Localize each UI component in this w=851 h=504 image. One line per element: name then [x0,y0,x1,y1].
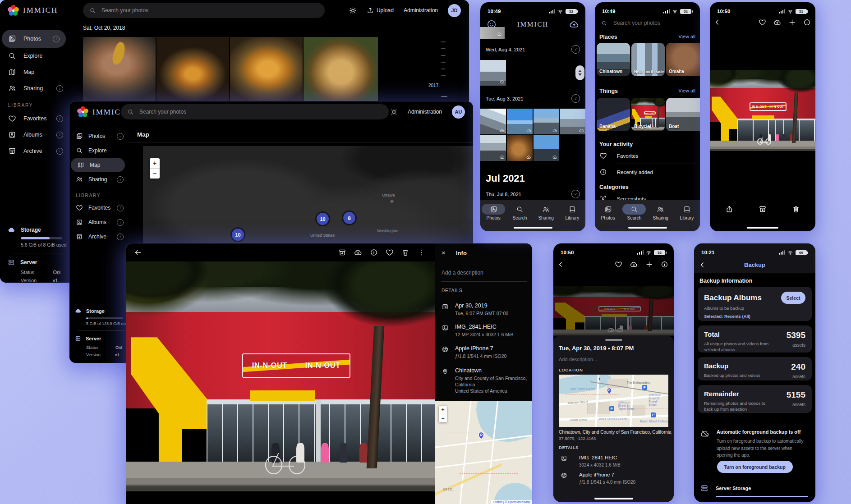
administration-link[interactable]: Administration [404,7,438,14]
info-icon[interactable]: i [117,234,124,240]
user-avatar[interactable]: AU [452,105,465,119]
photo-in-n-out[interactable]: IN-N-OUTIN-N-OUT [710,70,815,151]
activity-recent-item[interactable]: Recently added [599,168,653,176]
back-button[interactable] [713,18,721,26]
search-bar[interactable] [121,104,389,119]
sidebar-item-albums[interactable]: Albumsi [69,215,128,229]
add-description-field[interactable]: Add description... [559,357,597,362]
sidebar-item-sharing[interactable]: Sharingi [0,80,69,96]
photo-in-n-out[interactable]: IN-N-OUTIN-N-OUT [126,261,435,491]
sidebar-item-sharing[interactable]: Sharingi [69,172,128,187]
search-input[interactable] [612,19,694,27]
info-icon[interactable]: i [56,148,63,155]
upload-button[interactable]: Upload [367,7,394,14]
close-icon[interactable]: × [442,249,446,257]
map-cluster-marker[interactable]: 10 [315,211,330,226]
theme-toggle-button[interactable] [349,7,357,14]
archive-button[interactable] [338,248,346,257]
select-all-checkbox[interactable]: ✓ [571,94,580,103]
sidebar-item-photos[interactable]: Photosi [2,30,66,48]
immich-logo[interactable]: IMMICH [77,106,127,118]
photo-thumbnail[interactable] [480,109,506,134]
photo-thumbnail[interactable] [507,109,533,134]
sidebar-item-map[interactable]: Map [71,158,125,172]
place-card[interactable]: Near north side [631,43,665,76]
info-icon[interactable]: i [117,219,124,226]
sidebar-item-map[interactable]: Map [0,64,69,80]
info-icon[interactable]: i [117,133,124,140]
backup-cloud-icon[interactable] [569,19,579,29]
tab-photos[interactable]: Photos [596,204,620,231]
minimap-zoom-control[interactable]: + − [439,406,447,422]
theme-toggle-button[interactable] [390,108,398,116]
map-attribution[interactable]: Leaflet | © OpenStreetMap [491,500,532,504]
delete-button[interactable] [401,248,409,257]
info-icon[interactable]: i [117,176,124,183]
sidebar-item-photos[interactable]: Photosi [69,129,128,143]
search-bar[interactable] [83,3,325,18]
photo-mushroom-1[interactable] [83,37,156,101]
favorite-button[interactable] [759,18,766,26]
add-to-album-button[interactable] [645,261,653,268]
more-options-button[interactable] [417,248,425,257]
zoom-in-button[interactable]: + [150,158,160,169]
info-icon[interactable]: i [56,85,63,92]
select-all-checkbox[interactable]: ✓ [571,45,580,54]
add-description-field[interactable]: Add a description [442,270,483,276]
share-button[interactable] [725,205,733,213]
back-button[interactable] [557,261,565,268]
favorite-button[interactable] [386,248,394,257]
sidebar-item-favorites[interactable]: Favoritesi [0,110,69,127]
search-input[interactable] [101,7,308,14]
tab-library[interactable]: Library [675,204,699,231]
archive-button[interactable] [759,205,767,213]
tab-library[interactable]: Library [561,204,584,231]
map-zoom-control[interactable]: + − [150,158,160,179]
administration-link[interactable]: Administration [408,109,442,115]
photo-thumbnail[interactable] [534,135,559,161]
location-minimap[interactable]: US 101 + − Leaflet | © OpenStreetMap [435,401,532,504]
photo-in-n-out[interactable]: IN-N-OUTIN-N-OUT [553,286,674,336]
sidebar-item-explore[interactable]: Explore [0,48,69,64]
photo-thumbnail[interactable] [560,109,585,134]
info-icon[interactable]: i [53,36,60,42]
sidebar-item-explore[interactable]: Explore [69,143,128,158]
tab-photos[interactable]: Photos [482,204,505,231]
info-button[interactable] [370,248,378,257]
info-button[interactable] [661,261,668,268]
photo-thumbnail[interactable] [480,60,506,86]
info-icon[interactable]: i [56,132,63,138]
search-input[interactable] [138,108,370,115]
zoom-in-button[interactable]: + [439,406,447,414]
sidebar-item-albums[interactable]: Albumsi [0,127,69,143]
photo-thumbnail[interactable] [507,135,533,161]
search-bar[interactable] [601,19,694,27]
info-icon[interactable]: i [117,205,124,211]
sidebar-item-archive[interactable]: Archivei [69,229,128,244]
select-albums-button[interactable]: Select [781,292,805,304]
drag-handle[interactable] [605,339,622,341]
turn-on-foreground-backup-button[interactable]: Turn on foreground backup [717,461,793,473]
sidebar-item-favorites[interactable]: Favoritesi [69,201,128,215]
user-avatar[interactable]: JD [448,4,461,17]
download-button[interactable] [354,248,362,257]
photo-thumbnail[interactable] [480,135,506,161]
scrollbar-handle[interactable] [575,65,584,80]
location-map[interactable]: + The Embarcadero Hyde Street Harbor Jef… [559,375,668,427]
download-button[interactable] [630,261,638,268]
thing-card[interactable]: IN-N-OUTIN-N-OUT Bicycle [631,98,665,131]
activity-favorites-item[interactable]: Favorites [599,152,638,160]
photo-mushroom-3[interactable] [230,37,303,101]
photo-mushroom-2[interactable] [156,37,229,101]
thing-card[interactable]: Banana [597,98,630,131]
thing-card[interactable]: Boat [666,98,700,131]
download-button[interactable] [773,18,781,26]
zoom-out-button[interactable]: − [439,414,447,422]
photo-thumbnail[interactable] [480,27,505,39]
zoom-out-button[interactable]: − [150,169,160,179]
info-icon[interactable]: i [56,115,63,122]
map-cluster-marker[interactable]: 10 [230,227,245,242]
photo-mushroom-basket[interactable] [304,37,378,101]
sidebar-item-archive[interactable]: Archivei [0,143,69,159]
immich-logo[interactable]: IMMICH [7,5,58,17]
